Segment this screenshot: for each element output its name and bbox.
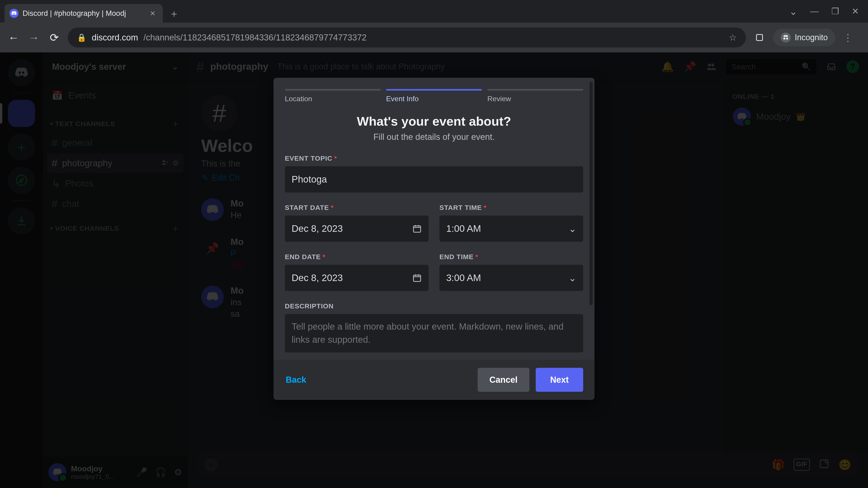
nav-reload-icon[interactable]: ⟳ xyxy=(48,31,61,44)
bookmark-star-icon[interactable]: ☆ xyxy=(729,32,737,43)
lock-icon: 🔒 xyxy=(77,33,86,42)
step-label: Event Info xyxy=(386,95,482,103)
browser-menu-icon[interactable]: ⋮ xyxy=(842,32,854,43)
window-minimize-icon[interactable]: ― xyxy=(810,6,819,16)
step-bar xyxy=(487,89,583,91)
tab-close-icon[interactable]: ✕ xyxy=(149,9,156,17)
discord-app: ＋ Moodjoy's server ⌄ 📅 Events ▾ TEXT CHA… xyxy=(0,53,868,488)
url-path: /channels/1182346851781984336/1182346879… xyxy=(144,33,367,42)
chevron-down-icon: ⌄ xyxy=(568,272,577,284)
address-bar: ← → ⟳ 🔒 discord.com/channels/11823468517… xyxy=(0,23,868,53)
step-bar xyxy=(285,89,381,91)
browser-chrome: Discord | #photography | Moodj ✕ ＋ ⌄ ― ❐… xyxy=(0,0,868,53)
svg-rect-0 xyxy=(756,35,763,41)
label-end-date: END DATE xyxy=(285,253,321,261)
tab-title: Discord | #photography | Moodj xyxy=(23,9,145,18)
step-label: Location xyxy=(285,95,381,103)
description-textarea[interactable] xyxy=(285,314,583,352)
modal-body: Location Event Info Review What's your e… xyxy=(274,78,594,360)
incognito-icon xyxy=(781,33,791,42)
chevron-down-icon: ⌄ xyxy=(568,223,577,234)
modal-scrollbar[interactable] xyxy=(590,82,593,361)
omnibox[interactable]: 🔒 discord.com/channels/11823468517819843… xyxy=(68,28,746,47)
step-label: Review xyxy=(487,95,583,103)
field-end-date: END DATE * Dec 8, 2023 xyxy=(285,253,429,291)
end-time-value: 3:00 AM xyxy=(446,272,481,283)
field-event-topic: EVENT TOPIC * xyxy=(285,155,583,193)
start-time-value: 1:00 AM xyxy=(446,223,481,234)
url-host: discord.com xyxy=(92,33,138,42)
svg-point-1 xyxy=(783,37,785,39)
end-time-select[interactable]: 3:00 AM ⌄ xyxy=(439,265,583,291)
extensions-icon[interactable] xyxy=(753,31,766,44)
svg-point-2 xyxy=(786,37,788,39)
start-date-value: Dec 8, 2023 xyxy=(291,223,343,234)
nav-back-icon[interactable]: ← xyxy=(7,31,20,44)
label-event-topic: EVENT TOPIC xyxy=(285,155,332,162)
event-topic-input[interactable] xyxy=(285,166,583,193)
step-location[interactable]: Location xyxy=(285,89,381,103)
scrollbar-thumb[interactable] xyxy=(590,82,593,305)
modal-footer: Back Cancel Next xyxy=(274,360,594,400)
field-description: DESCRIPTION xyxy=(285,302,583,353)
window-maximize-icon[interactable]: ❐ xyxy=(831,6,839,16)
required-asterisk: * xyxy=(334,155,337,162)
window-controls: ⌄ ― ❐ ✕ xyxy=(789,0,868,23)
modal-subtitle: Fill out the details of your event. xyxy=(285,132,583,142)
incognito-label: Incognito xyxy=(795,33,828,42)
tabs-dropdown-icon[interactable]: ⌄ xyxy=(789,6,798,17)
field-start-time: START TIME * 1:00 AM ⌄ xyxy=(439,204,583,242)
required-asterisk: * xyxy=(331,204,334,212)
svg-rect-9 xyxy=(413,275,421,282)
step-review[interactable]: Review xyxy=(487,89,583,103)
label-description: DESCRIPTION xyxy=(285,302,334,310)
label-start-date: START DATE xyxy=(285,204,329,212)
next-button[interactable]: Next xyxy=(536,368,583,392)
window-close-icon[interactable]: ✕ xyxy=(852,6,859,16)
field-start-date: START DATE * Dec 8, 2023 xyxy=(285,204,429,242)
start-time-select[interactable]: 1:00 AM ⌄ xyxy=(439,216,583,242)
step-bar xyxy=(386,89,482,91)
incognito-chip[interactable]: Incognito xyxy=(773,29,835,46)
browser-tab[interactable]: Discord | #photography | Moodj ✕ xyxy=(4,4,163,23)
tab-favicon xyxy=(9,9,19,18)
back-button[interactable]: Back xyxy=(285,368,318,392)
modal-title: What's your event about? xyxy=(285,114,583,129)
field-end-time: END TIME * 3:00 AM ⌄ xyxy=(439,253,583,291)
create-event-modal: Location Event Info Review What's your e… xyxy=(274,78,594,400)
modal-stepper: Location Event Info Review xyxy=(285,89,583,103)
end-date-input[interactable]: Dec 8, 2023 xyxy=(285,265,429,291)
svg-rect-8 xyxy=(413,226,421,232)
label-end-time: END TIME xyxy=(439,253,473,261)
required-asterisk: * xyxy=(484,204,487,212)
required-asterisk: * xyxy=(322,253,326,261)
step-event-info[interactable]: Event Info xyxy=(386,89,482,103)
calendar-icon xyxy=(412,224,422,233)
new-tab-button[interactable]: ＋ xyxy=(167,7,181,20)
nav-forward-icon[interactable]: → xyxy=(27,31,41,44)
tab-strip: Discord | #photography | Moodj ✕ ＋ ⌄ ― ❐… xyxy=(0,0,868,23)
start-date-input[interactable]: Dec 8, 2023 xyxy=(285,216,429,242)
end-date-value: Dec 8, 2023 xyxy=(291,272,343,283)
label-start-time: START TIME xyxy=(439,204,482,212)
required-asterisk: * xyxy=(475,253,478,261)
cancel-button[interactable]: Cancel xyxy=(477,368,529,392)
calendar-icon xyxy=(412,273,422,283)
